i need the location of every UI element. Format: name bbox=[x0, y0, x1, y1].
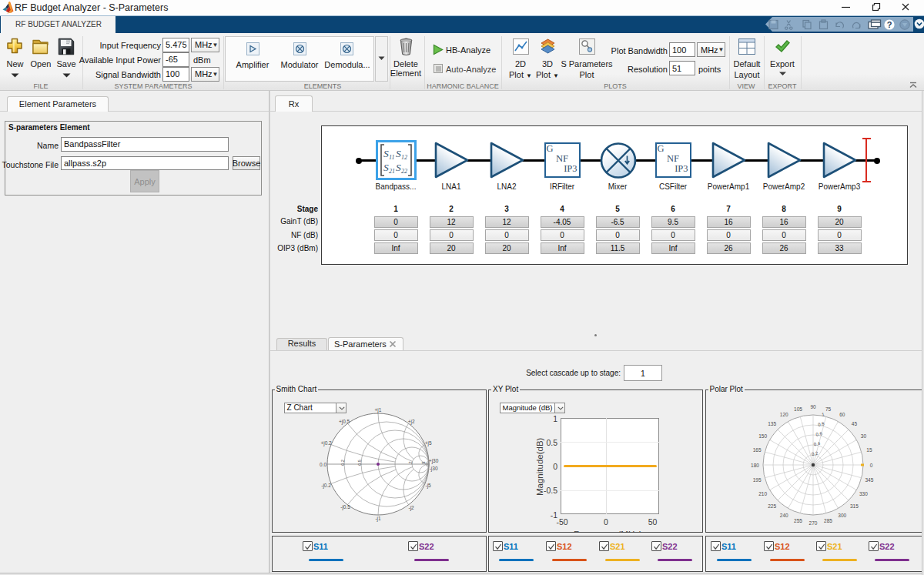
svg-text:195: 195 bbox=[752, 477, 761, 483]
svg-text:0.5: 0.5 bbox=[357, 460, 362, 466]
svg-text:-j1: -j1 bbox=[376, 516, 382, 522]
svg-text:-j0.5: -j0.5 bbox=[341, 504, 351, 510]
svg-text:S: S bbox=[383, 162, 389, 173]
svg-text:+j5: +j5 bbox=[425, 440, 432, 446]
svg-text:120: 120 bbox=[779, 412, 788, 417]
svg-text:+j0.2: +j0.2 bbox=[321, 440, 333, 446]
svg-text:1: 1 bbox=[821, 412, 825, 417]
svg-text:+j30: +j30 bbox=[429, 458, 439, 464]
svg-text:300: 300 bbox=[838, 512, 846, 517]
svg-text:?: ? bbox=[887, 20, 892, 29]
svg-text:-j0.2: -j0.2 bbox=[322, 483, 332, 489]
svg-text:240: 240 bbox=[779, 512, 788, 517]
svg-text:-j5: -j5 bbox=[426, 483, 432, 489]
svg-text:0: 0 bbox=[869, 462, 872, 467]
svg-text:270: 270 bbox=[808, 520, 817, 526]
svg-text:105: 105 bbox=[794, 406, 802, 411]
svg-text:5: 5 bbox=[421, 462, 426, 464]
svg-text:60: 60 bbox=[839, 412, 845, 417]
svg-text:+j0.5: +j0.5 bbox=[339, 419, 350, 425]
svg-text:225: 225 bbox=[768, 503, 776, 508]
svg-text:0.0: 0.0 bbox=[320, 462, 326, 467]
svg-text:2: 2 bbox=[408, 462, 413, 464]
svg-text:210: 210 bbox=[758, 491, 767, 496]
svg-text:S: S bbox=[396, 148, 401, 159]
svg-text:S: S bbox=[383, 148, 389, 159]
svg-text:285: 285 bbox=[824, 518, 832, 523]
svg-text:75: 75 bbox=[825, 406, 831, 411]
svg-text:15: 15 bbox=[866, 447, 872, 453]
svg-text:180: 180 bbox=[751, 462, 759, 467]
svg-text:-j2: -j2 bbox=[409, 505, 415, 511]
svg-text:315: 315 bbox=[850, 503, 859, 508]
svg-text:255: 255 bbox=[794, 518, 802, 523]
svg-text:345: 345 bbox=[865, 477, 873, 483]
svg-text:12: 12 bbox=[401, 154, 407, 161]
svg-text:-j30: -j30 bbox=[430, 466, 438, 472]
svg-text:22: 22 bbox=[401, 168, 407, 175]
svg-text:S: S bbox=[396, 162, 401, 173]
svg-text:+j1: +j1 bbox=[375, 407, 382, 413]
svg-text:11: 11 bbox=[389, 154, 394, 161]
svg-text:30: 30 bbox=[860, 433, 866, 438]
svg-text:90: 90 bbox=[810, 404, 816, 410]
svg-text:165: 165 bbox=[752, 447, 761, 453]
svg-text:+j2: +j2 bbox=[408, 419, 415, 425]
svg-text:45: 45 bbox=[851, 421, 857, 426]
svg-text:150: 150 bbox=[758, 433, 767, 438]
svg-text:21: 21 bbox=[389, 168, 395, 175]
svg-text:0.2: 0.2 bbox=[341, 460, 346, 466]
svg-text:135: 135 bbox=[768, 421, 776, 426]
svg-text:330: 330 bbox=[859, 491, 868, 496]
